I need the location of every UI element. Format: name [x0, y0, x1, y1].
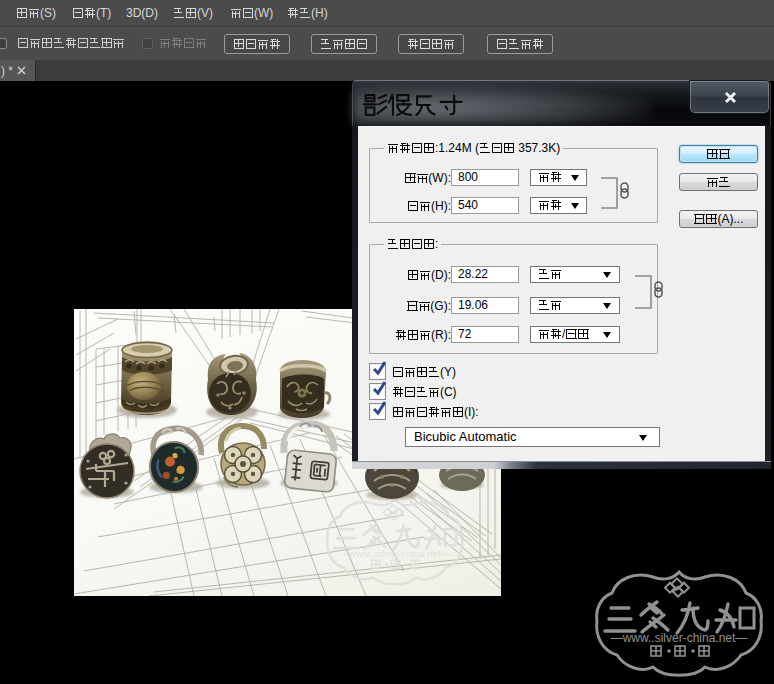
- svg-text:—www..silver-china.net—: —www..silver-china.net—: [611, 631, 748, 645]
